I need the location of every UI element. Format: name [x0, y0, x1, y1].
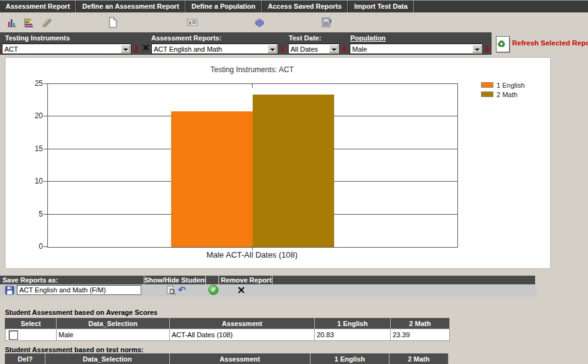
save-bar-row: ↶ ✕ [0, 284, 537, 297]
col-assessment: Assessment [170, 353, 310, 364]
y-tick-label: 15 [14, 144, 43, 153]
document-icon[interactable] [107, 17, 118, 28]
chevron-down-icon[interactable] [121, 45, 130, 53]
chevron-down-icon[interactable] [268, 45, 277, 53]
refresh-area: ♻ Refresh Selected Report [496, 35, 588, 54]
x-axis-label: Male ACT-All Dates (108) [207, 250, 298, 259]
tab-access-saved-reports[interactable]: Access Saved Reports [262, 1, 348, 12]
assessment-reports-value: ACT English and Math [154, 45, 267, 54]
tab-import-test-data[interactable]: Import Test Data [348, 1, 414, 12]
math-swatch-icon [481, 91, 493, 97]
clear-report-button[interactable]: ✕ [142, 43, 150, 53]
english-swatch-icon [481, 82, 493, 88]
vertical-bar-chart-icon[interactable] [6, 17, 17, 28]
legend-item-english: 1 English [481, 80, 525, 90]
population-select[interactable]: Male [350, 44, 483, 54]
show-hide-students-label[interactable]: Show/Hide Students [144, 276, 206, 284]
money-list-icon[interactable]: $ [187, 17, 198, 28]
test-date-select[interactable]: All Dates [288, 44, 340, 54]
bar-2-math [253, 95, 334, 247]
testing-instruments-value: ACT [4, 45, 120, 54]
population-value: Male [352, 45, 472, 54]
plot-area [47, 83, 458, 248]
assessment-cell: ACT-All Dates (108) [170, 329, 315, 341]
tab-define-assessment-report[interactable]: Define an Assessment Report [76, 1, 185, 12]
chart-panel: Testing Instruments: ACT Male ACT-All Da… [5, 57, 551, 269]
y-tick-label: 10 [14, 177, 43, 185]
step-number-4: 4 [342, 45, 347, 54]
category-tick-top [252, 83, 253, 88]
y-tick-label: 0 [14, 242, 43, 251]
step-number-5: 5 [485, 45, 490, 54]
books-icon[interactable] [254, 17, 265, 28]
assessment-report-app: Assessment Report Define an Assessment R… [0, 0, 588, 364]
testing-instruments-label: Testing Instruments [5, 34, 70, 42]
menu-bar: Assessment Report Define an Assessment R… [0, 0, 588, 12]
refresh-selected-report-label[interactable]: Refresh Selected Report [512, 39, 588, 47]
scatter-plot-icon[interactable] [41, 17, 52, 28]
col-math: 2 Math [391, 318, 450, 329]
remove-report-x-icon[interactable]: ✕ [237, 284, 245, 296]
assessment-reports-label: Assessment Reports: [151, 34, 222, 42]
english-score-cell: 20.83 [315, 329, 391, 341]
col-data-selection: Data_Selection [45, 353, 170, 364]
save-reports-as-label: Save Reports as: [0, 276, 144, 284]
col-english: 1 English [315, 318, 391, 329]
population-label: Population [350, 34, 386, 42]
col-assessment: Assessment [170, 318, 315, 329]
filter-bar: Testing Instruments Assessment Reports: … [0, 32, 492, 55]
save-icon[interactable] [5, 286, 14, 295]
col-del: Del? [6, 353, 45, 364]
show-hide-students-icon[interactable] [166, 286, 176, 296]
chevron-down-icon[interactable] [329, 45, 338, 53]
test-date-label: Test Date: [289, 34, 321, 42]
save-bar-header: Save Reports as: Show/Hide Students Remo… [0, 276, 535, 284]
tab-define-population[interactable]: Define a Population [185, 1, 262, 12]
table-header-row: Del? Data_Selection Assessment 1 English… [6, 353, 449, 364]
legend-label: 1 English [497, 82, 525, 89]
chart-title: Testing Instruments: ACT [210, 65, 294, 74]
table-row: Male ACT-All Dates (108) 20.83 23.39 [6, 329, 450, 341]
step-number-3: 3 [281, 45, 285, 54]
step-number-2: 2 [134, 45, 139, 54]
undo-icon[interactable]: ↶ [178, 284, 186, 296]
average-scores-table: Select Data_Selection Assessment 1 Engli… [5, 318, 450, 341]
legend-item-math: 2 Math [481, 90, 525, 99]
test-norms-section-title: Student Assessment based on test norms: [5, 346, 144, 353]
toolbar: $ [0, 12, 588, 32]
select-row-checkbox[interactable] [9, 330, 18, 340]
tab-assessment-report[interactable]: Assessment Report [0, 1, 76, 12]
col-english: 1 English [310, 353, 390, 364]
chevron-down-icon[interactable] [472, 45, 482, 53]
confirm-check-icon[interactable] [208, 285, 218, 295]
average-scores-section-title: Student Assessment based on Average Scor… [5, 309, 157, 316]
y-tick-label: 5 [14, 210, 43, 218]
select-cell [6, 329, 57, 341]
bar-1-english [171, 111, 253, 247]
calculator-icon[interactable] [321, 17, 332, 28]
remove-reports-label[interactable]: Remove Reports [219, 276, 273, 284]
horizontal-bar-chart-icon[interactable] [24, 17, 35, 28]
chart-legend: 1 English 2 Math [481, 80, 525, 99]
test-date-value: All Dates [291, 45, 329, 54]
y-tick-label: 20 [14, 111, 43, 120]
col-select: Select [6, 318, 57, 329]
assessment-reports-select[interactable]: ACT English and Math [151, 44, 278, 54]
refresh-report-icon[interactable]: ♻ [496, 36, 510, 52]
math-score-cell: 23.39 [391, 329, 450, 341]
data-selection-cell: Male [57, 329, 170, 341]
col-data-selection: Data_Selection [57, 318, 170, 329]
test-norms-table: Del? Data_Selection Assessment 1 English… [5, 353, 449, 364]
legend-label: 2 Math [497, 91, 518, 98]
table-header-row: Select Data_Selection Assessment 1 Engli… [6, 318, 450, 329]
testing-instruments-select[interactable]: ACT [2, 44, 131, 54]
col-math: 2 Math [390, 353, 449, 364]
save-report-name-input[interactable] [17, 285, 141, 295]
svg-text:$: $ [189, 20, 192, 26]
y-tick-label: 25 [14, 79, 43, 88]
